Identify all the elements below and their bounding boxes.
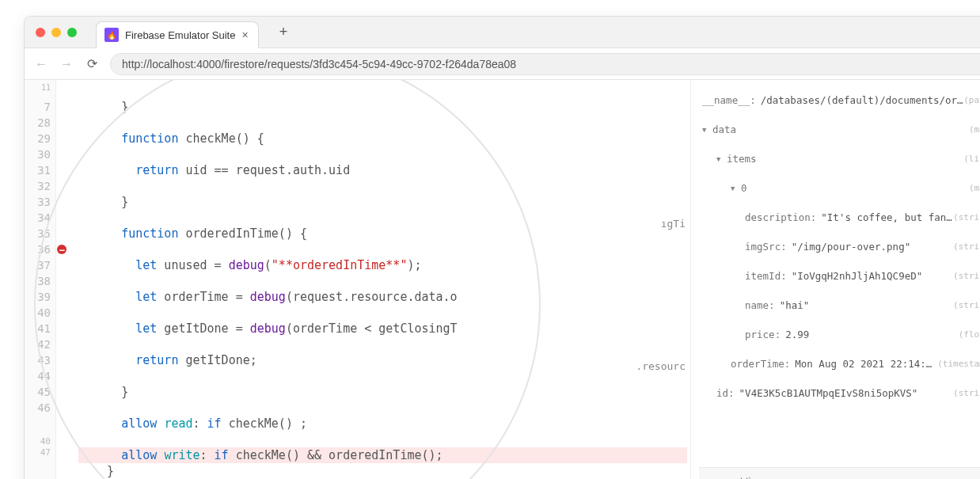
- line-number: 39: [25, 289, 51, 305]
- line-number: 29: [25, 131, 51, 146]
- forward-icon[interactable]: →: [59, 57, 74, 71]
- inspector-key: itemId:: [745, 270, 787, 282]
- page-content: 11 7 28 29 30 31 32 33 34 35 36 37 38 39…: [25, 80, 980, 479]
- code-line: return uid == request.auth.uid: [78, 162, 687, 178]
- close-window-button[interactable]: [36, 28, 45, 37]
- line-number: 37: [25, 257, 51, 273]
- reload-icon[interactable]: ⟳: [85, 56, 99, 71]
- inspector-key: orderTime:: [731, 358, 790, 370]
- inspector-value: "hai": [780, 299, 810, 311]
- inspector-key: 0: [741, 182, 747, 194]
- inspector-row: orderTime: Mon Aug 02 2021 22:14:46 GM… …: [699, 355, 980, 373]
- inspector-key: __name__:: [702, 94, 756, 106]
- request-time-label: request.time: [708, 475, 765, 479]
- code-line: function orderedInTime() {: [78, 226, 687, 241]
- clipped-code-text: .resourc: [636, 359, 686, 374]
- code-line: }: [78, 99, 687, 115]
- inspector-type: (string): [953, 212, 980, 222]
- line-number: 34: [25, 210, 51, 226]
- code-line: let orderTime = debug(request.resource.d…: [78, 289, 687, 305]
- inspector-key: name:: [745, 299, 775, 311]
- request-inspector-panel: __name__: /databases/(default)/documents…: [690, 80, 980, 479]
- line-number: 30: [25, 146, 51, 162]
- url-text: http://localhost:4000/firestore/requests…: [122, 58, 516, 70]
- inspector-type: (timestamp): [937, 359, 980, 369]
- line-number: 31: [25, 162, 51, 178]
- code-line: }: [78, 194, 687, 210]
- inspector-type: (path): [963, 95, 980, 105]
- code-line: function checkMe() {: [78, 131, 687, 146]
- caret-down-icon: ▼: [716, 155, 724, 163]
- line-number: 35: [25, 226, 51, 241]
- code-line-error-highlight: allow write: if checkMe() && orderedInTi…: [78, 447, 687, 463]
- new-tab-button[interactable]: +: [279, 24, 288, 40]
- line-number: 28: [25, 115, 51, 131]
- inspector-key: price:: [745, 329, 781, 340]
- code-line: let getItDone = debug(orderTime < getClo…: [78, 321, 687, 336]
- inspector-key: data: [712, 124, 736, 135]
- browser-window: 🔥 Firebase Emulator Suite × + ← → ⟳ http…: [24, 16, 980, 479]
- code-line: }: [78, 463, 687, 479]
- inspector-key: id:: [716, 387, 735, 399]
- inspector-type: (list): [963, 154, 980, 164]
- inspector-key: imgSrc:: [745, 241, 787, 253]
- code-line: return getItDone;: [78, 352, 687, 368]
- inspector-type: (map): [969, 124, 980, 135]
- line-number: 7: [25, 99, 51, 115]
- inspector-row: imgSrc: "/img/pour-over.png" (string): [699, 238, 980, 256]
- inspector-value: Mon Aug 02 2021 22:14:46 GM…: [795, 358, 937, 370]
- browser-tab[interactable]: 🔥 Firebase Emulator Suite ×: [96, 21, 259, 48]
- inspector-type: (float): [959, 329, 980, 340]
- inspector-row-expandable[interactable]: ▼ data (map): [699, 120, 980, 139]
- line-number: 42: [25, 336, 51, 352]
- close-tab-icon[interactable]: ×: [241, 29, 248, 41]
- inspector-value: "IoVgqH2nhJljAh1QC9eD": [792, 270, 923, 282]
- request-time-panel[interactable]: request.time ︿: [699, 467, 980, 479]
- caret-down-icon: ▼: [731, 184, 739, 192]
- minimize-window-button[interactable]: [51, 28, 61, 37]
- line-number: 46: [25, 400, 51, 416]
- inspector-type: (string): [953, 271, 980, 281]
- inspector-value: "It's coffee, but fanc…: [821, 211, 953, 223]
- inspector-row: id: "V4E3K5cB1AUTMpqEIvS8ni5opKVS" (stri…: [699, 384, 980, 402]
- maximize-window-button[interactable]: [67, 28, 77, 37]
- line-number-gutter: 11 7 28 29 30 31 32 33 34 35 36 37 38 39…: [25, 80, 56, 479]
- inspector-value: "V4E3K5cB1AUTMpqEIvS8ni5opKVS": [739, 387, 918, 399]
- inspector-type: (string): [953, 241, 980, 252]
- clipped-code-text: ıgTi: [661, 216, 686, 232]
- inspector-value: /databases/(default)/documents/orde…: [761, 94, 964, 106]
- inspector-type: (string): [953, 388, 980, 398]
- line-number: 40: [25, 305, 51, 321]
- inspector-row: description: "It's coffee, but fanc… (st…: [699, 208, 980, 226]
- window-titlebar: 🔥 Firebase Emulator Suite × +: [25, 17, 980, 48]
- inspector-value: "/img/pour-over.png": [792, 241, 911, 253]
- back-icon[interactable]: ←: [34, 57, 48, 71]
- traffic-lights: [36, 28, 77, 37]
- error-line-marker[interactable]: 36: [25, 241, 51, 257]
- line-number: 11: [25, 83, 51, 93]
- inspector-row: __name__: /databases/(default)/documents…: [699, 91, 980, 109]
- address-bar: ← → ⟳ http://localhost:4000/firestore/re…: [25, 48, 980, 80]
- rules-editor[interactable]: } function checkMe() { return uid == req…: [56, 80, 690, 479]
- line-number: 38: [25, 273, 51, 289]
- code-line: let unused = debug("**orderedInTime**");: [78, 257, 687, 273]
- inspector-row-expandable[interactable]: ▼ 0 (map): [699, 179, 980, 197]
- line-number: 32: [25, 178, 51, 194]
- caret-down-icon: ▼: [702, 126, 710, 134]
- inspector-row: price: 2.99 (float): [699, 325, 980, 344]
- inspector-type: (string): [953, 300, 980, 310]
- firebase-favicon-icon: 🔥: [104, 28, 119, 42]
- chevron-up-icon: ︿: [976, 474, 980, 479]
- inspector-type: (map): [969, 183, 980, 193]
- line-number: 40: [25, 436, 51, 447]
- code-line: allow read: if checkMe() ;: [78, 416, 687, 431]
- inspector-value: 2.99: [785, 329, 809, 340]
- tab-title: Firebase Emulator Suite: [125, 29, 235, 41]
- inspector-row: itemId: "IoVgqH2nhJljAh1QC9eD" (string): [699, 267, 980, 285]
- url-input[interactable]: http://localhost:4000/firestore/requests…: [110, 53, 980, 75]
- inspector-row-expandable[interactable]: ▼ items (list): [699, 150, 980, 168]
- inspector-row: name: "hai" (string): [699, 296, 980, 314]
- line-number: 47: [25, 447, 51, 458]
- inspector-key: description:: [745, 211, 816, 223]
- code-line: }: [78, 384, 687, 400]
